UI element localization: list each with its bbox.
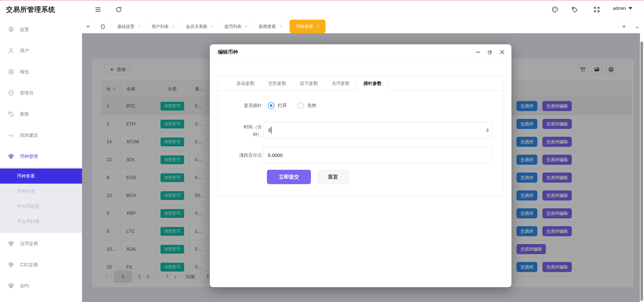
- sidebar-item-管理员[interactable]: 管理员: [0, 82, 82, 104]
- refresh-icon[interactable]: [115, 6, 122, 13]
- sidebar-item-label: 管理员: [20, 90, 33, 96]
- page-tab-label: 新闻查看: [259, 24, 276, 29]
- modal-tab-交割参数[interactable]: 交割参数: [261, 76, 293, 90]
- tabs-scroll-left[interactable]: «: [82, 20, 94, 33]
- sidebar-item-label: 投拆建议: [20, 132, 38, 138]
- time-value: 3: [268, 127, 271, 133]
- vertical-scrollbar[interactable]: [640, 33, 644, 302]
- palette-icon[interactable]: [551, 6, 558, 13]
- tab-close-icon[interactable]: ×: [172, 24, 175, 29]
- sidebar-item-投拆建议[interactable]: 投拆建议: [0, 125, 82, 146]
- submenu-item-平台币行情[interactable]: 平台币行情: [0, 214, 82, 229]
- page-tabs-bar: « 基础设置×用户列表×会员关系图×提币列表×新闻查看×币种查看× » ⌄: [82, 20, 644, 33]
- maximize-icon[interactable]: [487, 49, 493, 55]
- sidebar-item-C2C交易[interactable]: C2C交易: [0, 254, 82, 275]
- pin-label: 是否插针: [218, 102, 262, 109]
- sidebar-item-label: 合约: [20, 283, 29, 289]
- sidebar-item-合约[interactable]: 合约: [0, 275, 82, 296]
- page-tab-基础设置[interactable]: 基础设置×: [112, 20, 146, 33]
- progress-line: [0, 0, 644, 1]
- sidebar-item-币种管理[interactable]: 币种管理: [0, 146, 82, 167]
- sidebar-item-新闻[interactable]: 新闻: [0, 104, 82, 125]
- admin-label: admin: [613, 6, 626, 11]
- reset-button[interactable]: 重置: [317, 170, 349, 184]
- header: 交易所管理系统 admin: [0, 0, 644, 19]
- radio-checked-icon[interactable]: [268, 102, 274, 109]
- tabs-scroll-right[interactable]: »: [618, 20, 630, 33]
- tabs-dropdown[interactable]: ⌄: [630, 20, 644, 33]
- radio-打开[interactable]: 打开: [268, 102, 287, 109]
- tag-icon[interactable]: [571, 6, 578, 13]
- page-tab-label: 会员关系图: [186, 24, 207, 29]
- percent-value: 5.0000: [268, 153, 283, 158]
- tab-close-icon[interactable]: ×: [317, 24, 319, 29]
- percent-input[interactable]: 5.0000: [263, 147, 492, 163]
- submenu-item-币种分类[interactable]: 币种分类: [0, 184, 82, 199]
- dollar-icon: [8, 69, 14, 75]
- minimize-icon[interactable]: [475, 49, 481, 55]
- caret-down-icon: [628, 7, 632, 10]
- page-tab-会员关系图[interactable]: 会员关系图×: [180, 20, 219, 33]
- scrollbar-thumb[interactable]: [640, 42, 643, 301]
- tab-close-icon[interactable]: ×: [245, 24, 247, 29]
- sidebar: 设置用户钱包管理员新闻投拆建议币种管理币种查看币种分类平台币设置平台币行情法币交…: [0, 19, 82, 302]
- gem-icon: [8, 283, 14, 289]
- radio-label: 关闭: [307, 103, 316, 109]
- page-tab-币种查看[interactable]: 币种查看×: [290, 20, 326, 33]
- sidebar-item-用户[interactable]: 用户: [0, 40, 82, 61]
- gem-icon: [8, 261, 14, 268]
- modal-title: 编辑币种: [218, 49, 238, 55]
- number-spinner[interactable]: [486, 128, 489, 132]
- collapse-menu-icon[interactable]: [94, 6, 101, 13]
- home-tab[interactable]: [94, 20, 112, 33]
- sidebar-item-label: 设置: [20, 26, 29, 32]
- page-tab-新闻查看[interactable]: 新闻查看×: [253, 20, 288, 33]
- time-input[interactable]: 3: [263, 122, 492, 138]
- sidebar-item-设置[interactable]: 设置: [0, 19, 82, 40]
- user-icon: [8, 47, 14, 54]
- time-label: 时间（分 钟）: [218, 123, 262, 138]
- sidebar-item-label: 新闻: [20, 111, 29, 117]
- tab-close-icon[interactable]: ×: [211, 24, 213, 29]
- time-label-line1: 时间（分: [218, 123, 262, 131]
- modal-tab-插针参数[interactable]: 插针参数: [356, 76, 389, 90]
- text-cursor: [271, 127, 271, 133]
- fullscreen-icon[interactable]: [593, 6, 600, 13]
- percent-label: 涨跌百分点: [218, 151, 262, 159]
- tabs-spacer: [328, 20, 618, 33]
- page-tab-label: 提币列表: [224, 24, 242, 29]
- page-tab-label: 币种查看: [296, 24, 313, 29]
- modal-tab-提币参数[interactable]: 提币参数: [293, 76, 325, 90]
- sidebar-item-label: 钱包: [20, 69, 29, 75]
- link-icon: [8, 132, 14, 139]
- tag-icon: [8, 111, 14, 117]
- close-icon[interactable]: [499, 49, 505, 55]
- modal-tab-基础参数[interactable]: 基础参数: [230, 76, 261, 90]
- submenu-item-币种查看[interactable]: 币种查看: [0, 169, 82, 184]
- user-menu[interactable]: admin: [613, 6, 632, 11]
- radio-unchecked-icon[interactable]: [297, 102, 304, 109]
- submit-button[interactable]: 立即提交: [267, 170, 311, 184]
- gear-icon: [8, 26, 14, 33]
- page-tab-提币列表[interactable]: 提币列表×: [219, 20, 253, 33]
- submenu-币种管理: 币种查看币种分类平台币设置平台币行情: [0, 167, 82, 233]
- pin-radio-group: 打开关闭: [268, 100, 316, 111]
- tab-close-icon[interactable]: ×: [279, 24, 282, 29]
- sidebar-item-法币交易[interactable]: 法币交易: [0, 233, 82, 254]
- tab-close-icon[interactable]: ×: [138, 24, 140, 29]
- time-label-line2: 钟）: [218, 131, 262, 138]
- page-tab-label: 用户列表: [152, 24, 169, 29]
- sidebar-item-label: 用户: [20, 48, 29, 54]
- submenu-item-平台币设置[interactable]: 平台币设置: [0, 199, 82, 214]
- radio-label: 打开: [278, 103, 287, 109]
- modal-tab-充币参数[interactable]: 充币参数: [325, 76, 356, 90]
- radio-关闭[interactable]: 关闭: [297, 102, 316, 109]
- page-tab-用户列表[interactable]: 用户列表×: [146, 20, 180, 33]
- edit-coin-modal: 编辑币种 基础参数交割参数提币参数充币参数插针参数 是否插针 打开关闭 时间（分…: [210, 44, 511, 287]
- sidebar-item-钱包[interactable]: 钱包: [0, 61, 82, 82]
- modal-header: 编辑币种: [210, 44, 511, 60]
- app-title: 交易所管理系统: [6, 5, 55, 14]
- sidebar-item-label: C2C交易: [20, 262, 38, 268]
- sidebar-item-label: 法币交易: [20, 241, 38, 247]
- gem-icon: [8, 153, 14, 160]
